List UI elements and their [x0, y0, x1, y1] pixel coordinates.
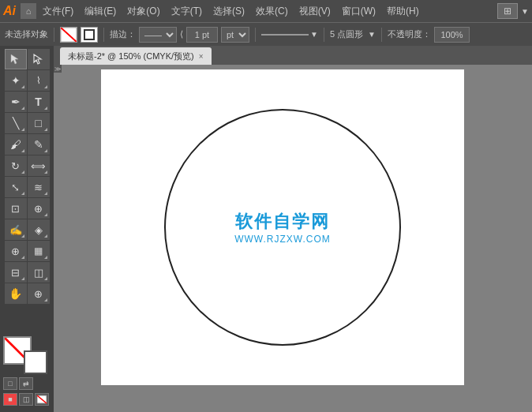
tab-bar: 未标题-2* @ 150% (CMYK/预览) × — [54, 46, 532, 65]
tool-row-4: ╲ □ — [5, 113, 50, 133]
hand-tool[interactable]: ✋ — [5, 283, 27, 304]
shape-builder-icon: ⊕ — [34, 203, 43, 215]
lasso-icon: ⌇ — [36, 75, 41, 86]
circle-shape: 软件自学网 WWW.RJZXW.COM — [164, 109, 401, 346]
zoom-tool[interactable]: ⊕ — [28, 283, 50, 304]
workspace-switcher[interactable]: ⊞ — [497, 3, 518, 19]
pencil-icon: ✎ — [34, 138, 43, 151]
app-logo: Ai — [3, 4, 16, 18]
panel-drag-handle[interactable]: ≫ — [54, 65, 62, 73]
document-tab[interactable]: 未标题-2* @ 150% (CMYK/预览) × — [60, 47, 212, 65]
gradient-btn[interactable]: ◫ — [19, 393, 33, 406]
scale-tool[interactable]: ⤡ — [5, 177, 27, 197]
stroke-size-input[interactable] — [186, 27, 218, 43]
left-toolbar: ✦ ⌇ ✒ T ╲ □ — [0, 46, 54, 412]
swap-colors-btn[interactable]: ⇄ — [19, 377, 33, 390]
shape-builder-tool[interactable]: ⊕ — [28, 198, 50, 219]
pen-tool[interactable]: ✒ — [5, 92, 27, 112]
tool-row-1 — [5, 49, 50, 69]
stroke-unit-select[interactable]: pt — [221, 27, 249, 43]
artboard-tool[interactable]: ⊟ — [5, 262, 27, 283]
fill-swatch-svg — [61, 28, 77, 42]
tool-row-2: ✦ ⌇ — [5, 70, 50, 91]
lasso-tool[interactable]: ⌇ — [28, 70, 50, 91]
stroke-swatch[interactable] — [81, 27, 98, 43]
tool-row-9: ✍ ◈ — [5, 219, 50, 240]
document-canvas: 软件自学网 WWW.RJZXW.COM — [101, 69, 464, 385]
symbol-sprayer-tool[interactable]: ⊕ — [5, 241, 27, 261]
menu-help[interactable]: 帮助(H) — [387, 5, 419, 18]
warp-tool[interactable]: ≋ — [28, 177, 50, 197]
main-area: ✦ ⌇ ✒ T ╲ □ — [0, 46, 532, 412]
rotate-tool[interactable]: ↻ — [5, 155, 27, 176]
tool-row-3: ✒ T — [5, 92, 50, 112]
paintbrush-tool[interactable]: 🖌 — [5, 134, 27, 155]
rotate-icon: ↻ — [11, 160, 20, 172]
line-icon: ╲ — [13, 117, 19, 129]
menu-items: 文件(F) 编辑(E) 对象(O) 文字(T) 选择(S) 效果(C) 视图(V… — [43, 5, 419, 18]
pencil-tool[interactable]: ✎ — [28, 134, 50, 155]
stroke-color-swatch[interactable] — [24, 350, 47, 374]
tool-row-11: ⊟ ◫ — [5, 262, 50, 283]
fill-swatch[interactable] — [60, 27, 77, 43]
column-graph-tool[interactable]: ▦ — [28, 241, 50, 261]
watermark-url: WWW.RJZXW.COM — [234, 234, 331, 245]
opacity-label: 不透明度： — [388, 28, 431, 40]
free-transform-tool[interactable]: ⊡ — [5, 198, 27, 219]
tool-row-5: 🖌 ✎ — [5, 134, 50, 155]
color-swatches — [3, 336, 47, 374]
separator-3 — [255, 28, 256, 42]
default-colors-btn[interactable]: □ — [3, 377, 17, 390]
menu-select[interactable]: 选择(S) — [213, 5, 245, 18]
selection-icon — [10, 54, 21, 65]
stroke-size-label: ⟨ — [180, 29, 183, 39]
tool-row-8: ⊡ ⊕ — [5, 198, 50, 219]
menu-edit[interactable]: 编辑(E) — [84, 5, 116, 18]
opacity-input[interactable] — [434, 27, 470, 43]
menu-window[interactable]: 窗口(W) — [342, 5, 376, 18]
tab-close-button[interactable]: × — [199, 52, 204, 61]
separator-5 — [381, 28, 382, 42]
no-selection-label: 未选择对象 — [5, 28, 48, 40]
rectangle-tool[interactable]: □ — [28, 113, 50, 133]
selection-tool[interactable] — [5, 49, 27, 69]
artboard-icon: ⊟ — [11, 267, 20, 279]
stroke-label: 描边： — [110, 28, 136, 40]
canvas-area[interactable]: 未标题-2* @ 150% (CMYK/预览) × ≫ 软件自学网 WWW.RJ… — [54, 46, 532, 412]
magic-wand-tool[interactable]: ✦ — [5, 70, 27, 91]
rectangle-icon: □ — [35, 117, 41, 129]
pen-icon: ✒ — [11, 96, 21, 108]
scale-icon: ⤡ — [11, 182, 20, 193]
paintbrush-icon: 🖌 — [10, 138, 21, 151]
column-graph-icon: ▦ — [34, 245, 43, 257]
brush-arrow: ▼ — [368, 30, 376, 39]
tool-row-10: ⊕ ▦ — [5, 241, 50, 261]
none-btn[interactable] — [35, 393, 49, 406]
line-tool[interactable]: ╲ — [5, 113, 27, 133]
home-icon[interactable]: ⌂ — [21, 3, 36, 19]
color-area: □ ⇄ ■ ◫ — [0, 333, 54, 409]
direct-selection-tool[interactable] — [28, 49, 50, 69]
type-tool[interactable]: T — [28, 92, 50, 112]
blend-tool[interactable]: ◈ — [28, 219, 50, 240]
solid-color-btn[interactable]: ■ — [3, 393, 17, 406]
color-mode-icons: □ ⇄ — [3, 377, 51, 390]
menu-object[interactable]: 对象(O) — [127, 5, 159, 18]
menu-view[interactable]: 视图(V) — [299, 5, 331, 18]
menu-file[interactable]: 文件(F) — [43, 5, 73, 18]
eyedropper-tool[interactable]: ✍ — [5, 219, 27, 240]
menu-type[interactable]: 文字(T) — [171, 5, 202, 18]
menu-effect[interactable]: 效果(C) — [256, 5, 288, 18]
options-toolbar: 未选择对象 描边： —— ⟨ pt ▼ 5 点圆形 ▼ 不透明度： — [0, 22, 532, 46]
mirror-tool[interactable]: ⟺ — [28, 155, 50, 176]
menu-bar: Ai ⌂ 文件(F) 编辑(E) 对象(O) 文字(T) 选择(S) 效果(C)… — [0, 0, 532, 22]
symbol-sprayer-icon: ⊕ — [11, 245, 20, 257]
stroke-type-select[interactable]: —— — [139, 27, 177, 43]
slice-icon: ◫ — [34, 267, 43, 279]
svg-marker-2 — [11, 54, 18, 64]
circle-container: 软件自学网 WWW.RJZXW.COM — [164, 109, 401, 346]
zoom-icon: ⊕ — [34, 288, 43, 300]
type-icon: T — [35, 96, 42, 108]
svg-marker-3 — [34, 54, 41, 64]
slice-tool[interactable]: ◫ — [28, 262, 50, 283]
